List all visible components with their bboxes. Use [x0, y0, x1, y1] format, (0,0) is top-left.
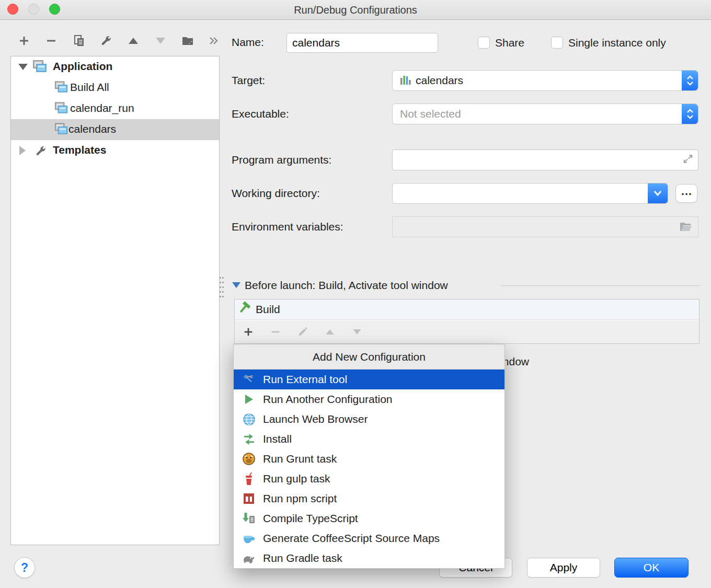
- menu-item-install[interactable]: Install: [234, 429, 504, 449]
- splitter-grip[interactable]: [219, 275, 225, 298]
- single-instance-label: Single instance only: [568, 37, 666, 49]
- program-arguments-input[interactable]: [392, 149, 698, 170]
- new-folder-icon: [181, 34, 195, 47]
- menu-item-launch-web-browser[interactable]: Launch Web Browser: [234, 409, 504, 429]
- environment-variables-field[interactable]: [392, 216, 698, 237]
- help-button[interactable]: ?: [14, 557, 35, 578]
- tree-item-calendars[interactable]: calendars: [11, 119, 219, 140]
- menu-item-run-another-configuration[interactable]: Run Another Configuration: [234, 389, 504, 409]
- arrow-down-icon: [154, 34, 167, 47]
- ok-button[interactable]: OK: [614, 558, 689, 578]
- stepper-icon[interactable]: [682, 71, 698, 90]
- expand-field-icon[interactable]: [682, 153, 694, 165]
- menu-item-run-npm-script[interactable]: Run npm script: [234, 489, 504, 509]
- typescript-icon: [242, 512, 256, 525]
- external-tool-icon: [242, 373, 256, 386]
- grunt-icon: [242, 452, 256, 466]
- collapse-section-icon[interactable]: [232, 282, 240, 288]
- edit-task-button[interactable]: [289, 322, 316, 341]
- dropdown-chevron-icon[interactable]: [648, 183, 668, 203]
- single-instance-checkbox[interactable]: [551, 37, 563, 49]
- add-new-configuration-popup: Add New Configuration Run External tool …: [233, 344, 505, 569]
- tree-item-build-all[interactable]: Build All: [11, 77, 219, 98]
- before-launch-list: Build: [234, 299, 699, 344]
- arrow-up-icon: [127, 34, 140, 47]
- ellipsis-label: …: [681, 185, 692, 198]
- application-icon: [32, 60, 48, 74]
- arrow-up-icon: [325, 327, 335, 337]
- before-launch-item-build[interactable]: Build: [235, 299, 699, 320]
- hammer-icon: [238, 302, 253, 317]
- executable-placeholder: Not selected: [393, 108, 461, 120]
- minus-icon: [270, 326, 281, 338]
- collapsed-triangle-icon[interactable]: [19, 146, 26, 155]
- configurations-tree: Application Build All calendar_run calen…: [10, 56, 220, 545]
- target-select[interactable]: calendars: [392, 70, 698, 91]
- titlebar: Run/Debug Configurations: [0, 0, 711, 20]
- copy-icon: [73, 34, 85, 47]
- plus-icon: [243, 326, 254, 338]
- working-directory-combo[interactable]: [392, 183, 668, 204]
- program-arguments-label: Program arguments:: [232, 154, 331, 166]
- apply-button[interactable]: Apply: [527, 558, 600, 578]
- before-launch-header: Before launch: Build, Activate tool wind…: [245, 279, 448, 292]
- expanded-triangle-icon[interactable]: [18, 64, 28, 70]
- gulp-icon: [243, 472, 255, 486]
- globe-icon: [243, 413, 256, 426]
- target-label: Target:: [232, 74, 265, 87]
- browse-button[interactable]: …: [675, 184, 697, 203]
- working-directory-label: Working directory:: [232, 187, 320, 200]
- application-icon: [54, 123, 68, 136]
- add-task-button[interactable]: [235, 322, 262, 341]
- menu-item-compile-typescript[interactable]: Compile TypeScript: [234, 509, 504, 528]
- menu-item-run-gulp-task[interactable]: Run gulp task: [234, 469, 504, 489]
- name-label: Name:: [232, 36, 264, 49]
- environment-variables-label: Environment variables:: [232, 221, 343, 233]
- move-up-button[interactable]: [126, 33, 141, 48]
- move-task-down-button[interactable]: [343, 322, 371, 341]
- menu-item-run-gradle-task[interactable]: Run Gradle task: [234, 548, 504, 568]
- tree-item-calendar-run[interactable]: calendar_run: [11, 98, 219, 119]
- plus-icon: [18, 34, 30, 47]
- wrench-icon: [100, 34, 112, 47]
- menu-item-generate-coffeescript-source-maps[interactable]: Generate CoffeeScript Source Maps: [234, 528, 504, 548]
- executable-label: Executable:: [232, 108, 289, 120]
- gradle-icon: [242, 552, 256, 564]
- pencil-icon: [297, 326, 308, 338]
- npm-icon: [243, 492, 255, 505]
- add-configuration-button[interactable]: [17, 33, 31, 48]
- question-icon: ?: [21, 561, 28, 575]
- name-input[interactable]: [286, 33, 438, 53]
- create-folder-button[interactable]: [181, 33, 196, 48]
- coffeescript-icon: [242, 532, 256, 545]
- move-down-button[interactable]: [153, 33, 168, 48]
- share-label: Share: [495, 37, 524, 49]
- edit-templates-button[interactable]: [99, 33, 113, 48]
- application-icon: [54, 81, 68, 94]
- popup-title: Add New Configuration: [234, 344, 504, 370]
- tree-item-templates[interactable]: Templates: [11, 140, 219, 161]
- open-folder-icon[interactable]: [679, 221, 693, 233]
- move-task-up-button[interactable]: [316, 322, 343, 341]
- menu-item-run-grunt-task[interactable]: Run Grunt task: [234, 449, 504, 469]
- chevron-double-right-icon: [208, 36, 219, 46]
- tree-item-application[interactable]: Application: [11, 56, 219, 77]
- executable-select[interactable]: Not selected: [392, 103, 698, 124]
- target-value: calendars: [416, 74, 463, 87]
- stepper-icon[interactable]: [682, 104, 698, 124]
- more-actions-button[interactable]: [206, 33, 221, 48]
- play-icon: [243, 393, 255, 406]
- install-icon: [243, 433, 256, 446]
- copy-configuration-button[interactable]: [72, 33, 86, 48]
- build-item-label: Build: [256, 303, 280, 316]
- section-divider: [501, 285, 699, 286]
- remove-configuration-button[interactable]: [44, 33, 59, 48]
- application-icon: [54, 102, 68, 115]
- target-bars-icon: [400, 74, 411, 87]
- menu-item-run-external-tool[interactable]: Run External tool: [234, 370, 504, 389]
- arrow-down-icon: [352, 327, 362, 337]
- before-launch-toolbar: [235, 320, 699, 343]
- share-checkbox[interactable]: [478, 37, 490, 49]
- remove-task-button[interactable]: [262, 322, 289, 341]
- window-title: Run/Debug Configurations: [0, 4, 711, 16]
